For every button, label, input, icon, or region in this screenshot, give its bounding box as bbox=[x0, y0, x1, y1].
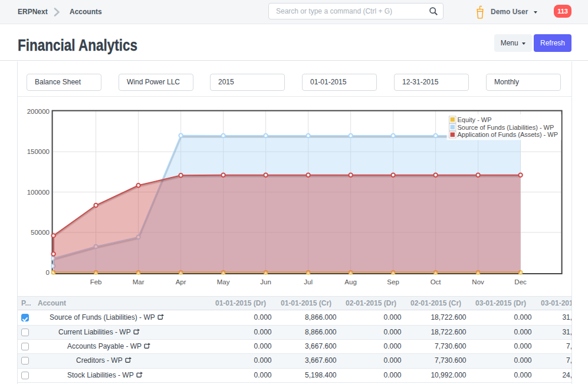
svg-text:Aug: Aug bbox=[344, 278, 356, 285]
svg-text:Mar: Mar bbox=[133, 278, 144, 285]
svg-text:Source of Funds (Liabilities): Source of Funds (Liabilities) - WP bbox=[458, 124, 554, 131]
svg-text:0: 0 bbox=[46, 269, 50, 276]
svg-text:Dec: Dec bbox=[514, 278, 527, 285]
svg-text:Equity - WP: Equity - WP bbox=[458, 116, 492, 123]
svg-text:Nov: Nov bbox=[472, 278, 484, 285]
svg-text:100000: 100000 bbox=[27, 189, 50, 196]
svg-text:Application of Funds (Assets): Application of Funds (Assets) - WP bbox=[458, 131, 559, 138]
svg-text:Jun: Jun bbox=[260, 278, 271, 285]
svg-text:Sep: Sep bbox=[387, 278, 399, 285]
svg-text:May: May bbox=[217, 278, 230, 285]
svg-text:200000: 200000 bbox=[27, 108, 50, 115]
svg-text:Apr: Apr bbox=[176, 278, 186, 285]
svg-text:Oct: Oct bbox=[431, 278, 442, 285]
svg-text:50000: 50000 bbox=[31, 229, 50, 236]
svg-text:Feb: Feb bbox=[90, 278, 102, 285]
svg-text:150000: 150000 bbox=[27, 148, 50, 155]
svg-text:Jul: Jul bbox=[304, 278, 313, 285]
